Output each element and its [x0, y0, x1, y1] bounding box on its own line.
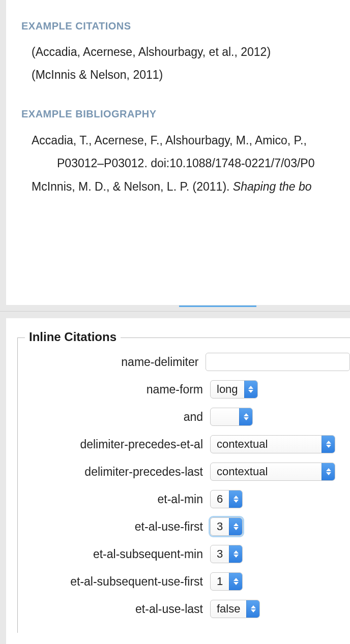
select-value: 6: [211, 490, 229, 508]
et-al-subsequent-use-first-label: et-al-subsequent-use-first: [18, 575, 210, 589]
et-al-use-first-label: et-al-use-first: [18, 520, 210, 534]
citation-item: (McInnis & Nelson, 2011): [32, 67, 350, 83]
and-label: and: [18, 410, 210, 424]
delimiter-precedes-last-select[interactable]: contextual: [210, 463, 335, 481]
name-delimiter-label: name-delimiter: [18, 355, 206, 369]
bib-text: Accadia, T., Acernese, F., Alshourbagy, …: [32, 134, 307, 147]
delimiter-precedes-last-label: delimiter-precedes-last: [18, 465, 210, 479]
select-stepper-icon: [229, 518, 242, 535]
name-form-select[interactable]: long: [210, 380, 258, 398]
select-stepper-icon: [246, 600, 259, 618]
et-al-subsequent-use-first-select[interactable]: 1: [210, 572, 243, 591]
name-delimiter-input[interactable]: [206, 353, 350, 371]
select-value: [211, 408, 239, 425]
bibliography-item-cont: P03012–P03012. doi:10.1088/1748-0221/7/0…: [57, 155, 350, 172]
name-form-label: name-form: [18, 383, 210, 396]
bibliography-item: Accadia, T., Acernese, F., Alshourbagy, …: [32, 132, 350, 149]
et-al-min-label: et-al-min: [18, 493, 210, 506]
example-bibliography-header: EXAMPLE BIBLIOGRAPHY: [21, 108, 350, 120]
select-value: long: [211, 381, 244, 398]
preview-panel: EXAMPLE CITATIONS (Accadia, Acernese, Al…: [6, 0, 350, 305]
select-value: 1: [211, 573, 229, 590]
et-al-use-first-select[interactable]: 3: [210, 517, 243, 536]
bib-text: P03012–P03012. doi:10.1088/1748-0221/7/0…: [57, 157, 314, 170]
and-select[interactable]: [210, 408, 253, 426]
select-value: 3: [211, 545, 229, 563]
tab-bar: [0, 305, 350, 307]
bib-text: McInnis, M. D., & Nelson, L. P. (2011).: [32, 180, 233, 193]
select-stepper-icon: [229, 545, 242, 563]
select-stepper-icon: [322, 436, 335, 453]
et-al-use-last-select[interactable]: false: [210, 600, 260, 618]
delimiter-precedes-et-al-label: delimiter-precedes-et-al: [18, 438, 210, 451]
citation-item: (Accadia, Acernese, Alshourbagy, et al.,…: [32, 44, 350, 60]
bib-text-italic: Shaping the bo: [233, 180, 312, 193]
panel-separator: [0, 311, 350, 318]
delimiter-precedes-et-al-select[interactable]: contextual: [210, 435, 335, 453]
et-al-use-last-label: et-al-use-last: [18, 602, 210, 616]
et-al-subsequent-min-label: et-al-subsequent-min: [18, 547, 210, 561]
fieldset-legend: Inline Citations: [25, 330, 121, 344]
select-value: contextual: [211, 436, 322, 453]
et-al-subsequent-min-select[interactable]: 3: [210, 545, 243, 563]
select-stepper-icon: [244, 381, 257, 398]
select-stepper-icon: [229, 490, 242, 508]
select-stepper-icon: [322, 463, 335, 480]
example-citations-header: EXAMPLE CITATIONS: [21, 20, 350, 32]
bibliography-item: McInnis, M. D., & Nelson, L. P. (2011). …: [32, 178, 350, 195]
select-value: contextual: [211, 463, 322, 480]
et-al-min-select[interactable]: 6: [210, 490, 243, 508]
select-stepper-icon: [239, 408, 252, 425]
form-panel: Inline Citations name-delimiter name-for…: [6, 318, 350, 644]
active-tab-indicator: [179, 305, 256, 307]
select-stepper-icon: [229, 573, 242, 590]
select-value: 3: [211, 518, 229, 535]
select-value: false: [211, 600, 246, 618]
inline-citations-fieldset: Inline Citations name-delimiter name-for…: [17, 338, 350, 633]
